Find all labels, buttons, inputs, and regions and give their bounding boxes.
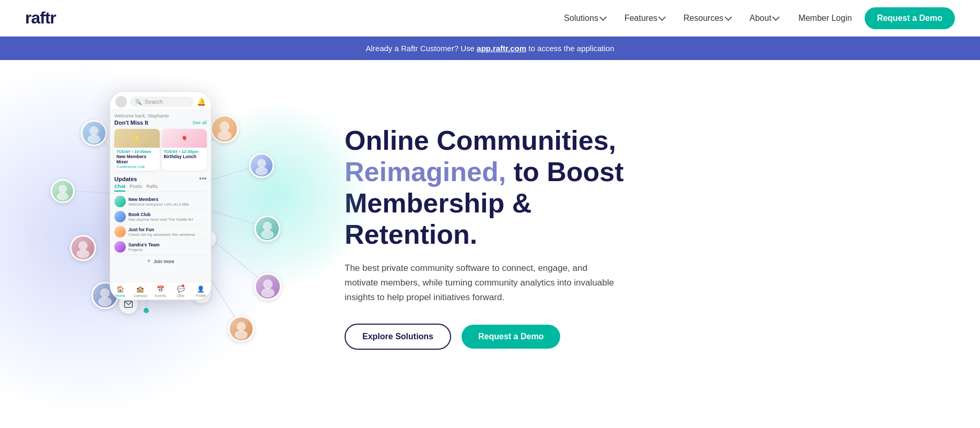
- svg-point-31: [255, 167, 268, 176]
- hero-illustration: 🔍 Search 🔔 Welcome back, Stephanie Don't…: [0, 60, 324, 415]
- chat-item-3[interactable]: Just for Fun Check out my adventure this…: [114, 224, 207, 240]
- banner-text-before: Already a Raftr Customer? Use: [365, 44, 477, 53]
- chevron-down-icon: [724, 14, 731, 21]
- banner-text-after: to access the application: [528, 44, 614, 53]
- hero-content: Online Communities, Reimagined, to Boost…: [324, 94, 689, 381]
- tab-posts[interactable]: Posts: [129, 183, 142, 192]
- chat-name-1: New Members: [128, 197, 207, 202]
- avatar-right-top: [210, 115, 239, 143]
- chat-avatar-1: [114, 196, 126, 207]
- tab-chat[interactable]: Chat: [114, 183, 125, 192]
- header-request-demo-button[interactable]: Request a Demo: [865, 7, 955, 29]
- phone-event-card-1: ⭐ TODAY • 10:00am New Members Mixer Conf…: [114, 129, 160, 171]
- svg-point-29: [218, 130, 232, 140]
- explore-solutions-button[interactable]: Explore Solutions: [345, 324, 451, 350]
- customer-banner: Already a Raftr Customer? Use app.raftr.…: [0, 37, 980, 60]
- phone-welcome: Welcome back, Stephanie: [114, 113, 207, 118]
- chevron-down-icon: [772, 14, 780, 21]
- chat-item-4[interactable]: Sandra's Team Projects: [114, 240, 207, 255]
- nav-about[interactable]: About: [742, 9, 786, 27]
- headline-part1: Online Communities,: [345, 125, 616, 156]
- headline-part3: to Boost: [506, 157, 623, 187]
- chat-msg-1: Welcome everyone! Let's do a little: [128, 202, 207, 207]
- headline-reimagined: Reimagined,: [345, 157, 506, 187]
- phone-event-card-2: 🎈 TODAY • 12:30pm Birthday Lunch: [162, 129, 207, 171]
- svg-point-21: [88, 135, 101, 144]
- event-1-name: New Members Mixer: [116, 154, 158, 164]
- avatar-bottom-left: [70, 235, 96, 261]
- chat-avatar-4: [114, 241, 126, 253]
- hero-headline: Online Communities, Reimagined, to Boost…: [345, 125, 647, 250]
- logo[interactable]: raftr: [25, 8, 56, 28]
- nav-about-label: About: [750, 14, 772, 23]
- avatar-right-mid: [254, 216, 280, 242]
- tab-rafts[interactable]: Rafts: [146, 183, 158, 192]
- svg-point-25: [77, 249, 90, 259]
- svg-point-23: [57, 192, 68, 200]
- header: raftr Solutions Features Resources About…: [0, 0, 980, 37]
- event-2-time: TODAY • 12:30pm: [164, 149, 205, 154]
- nav-solutions-label: Solutions: [564, 14, 598, 23]
- svg-point-33: [261, 230, 274, 240]
- phone-see-all[interactable]: See all: [192, 120, 207, 125]
- banner-link[interactable]: app.raftr.com: [477, 44, 526, 53]
- svg-point-20: [89, 126, 99, 136]
- avatar-bottom-right: [228, 316, 254, 342]
- chevron-down-icon: [658, 14, 666, 21]
- svg-point-14: [144, 308, 149, 313]
- svg-point-27: [98, 297, 112, 306]
- chat-name-4: Sandra's Team: [128, 242, 207, 247]
- avatar-left: [51, 179, 75, 203]
- svg-point-30: [257, 159, 266, 168]
- phone-nav-events[interactable]: 📅 Events: [150, 286, 171, 298]
- search-placeholder: Search: [145, 99, 163, 105]
- avatar-right-lower: [254, 273, 281, 300]
- nav-solutions[interactable]: Solutions: [557, 9, 613, 27]
- chevron-down-icon: [599, 14, 607, 21]
- chat-avatar-3: [114, 226, 126, 237]
- main-nav: Solutions Features Resources About Membe…: [557, 7, 955, 29]
- nav-features-label: Features: [624, 14, 657, 23]
- headline-part4: Membership & Retention.: [345, 188, 532, 249]
- join-more[interactable]: + Join more: [114, 255, 207, 266]
- nav-resources[interactable]: Resources: [676, 9, 738, 27]
- hero-buttons: Explore Solutions Request a Demo: [345, 324, 647, 350]
- member-login-link[interactable]: Member Login: [790, 9, 860, 27]
- bell-icon: 🔔: [197, 98, 206, 106]
- updates-title: Updates: [114, 176, 137, 182]
- event-2-name: Birthday Lunch: [164, 154, 205, 159]
- chat-item-1[interactable]: New Members Welcome everyone! Let's do a…: [114, 194, 207, 209]
- phone-nav-campus[interactable]: 🏫 Campus: [131, 286, 151, 298]
- svg-point-28: [219, 122, 229, 132]
- event-1-time: TODAY • 10:00am: [116, 149, 158, 154]
- svg-point-32: [263, 222, 272, 231]
- svg-point-37: [235, 330, 248, 340]
- svg-point-34: [263, 279, 273, 289]
- phone-mockup: 🔍 Search 🔔 Welcome back, Stephanie Don't…: [110, 91, 211, 300]
- phone-dont-miss: Don't Miss It: [114, 120, 148, 126]
- nav-features[interactable]: Features: [617, 9, 672, 27]
- chat-msg-2: Has anyone here read The Subtle Art: [128, 217, 207, 222]
- svg-point-22: [58, 185, 67, 193]
- svg-point-26: [100, 288, 110, 298]
- search-icon: 🔍: [135, 99, 141, 105]
- chat-msg-3: Check out my adventure this weekend: [128, 232, 207, 237]
- hero-request-demo-button[interactable]: Request a Demo: [462, 325, 560, 349]
- phone-bottom-nav: 🏠 Home 🏫 Campus 📅 Events 💬 DMs: [110, 282, 211, 300]
- chat-sub-4: Projects: [128, 247, 207, 252]
- event-1-link[interactable]: Conference Link: [116, 164, 158, 169]
- nav-resources-label: Resources: [683, 14, 723, 23]
- notification-dot: [182, 284, 184, 287]
- svg-point-36: [237, 322, 246, 331]
- chat-name-3: Just for Fun: [128, 227, 207, 232]
- hero-subtitle: The best private community software to c…: [345, 261, 616, 305]
- chat-item-2[interactable]: Book Club Has anyone here read The Subtl…: [114, 209, 207, 224]
- chat-name-2: Book Club: [128, 212, 207, 217]
- phone-nav-dms[interactable]: 💬 DMs: [171, 286, 191, 298]
- avatar-top-left: [81, 120, 107, 146]
- svg-point-24: [78, 241, 88, 251]
- chat-avatar-2: [114, 211, 126, 222]
- avatar-right-mid-upper: [249, 153, 274, 178]
- svg-point-35: [261, 288, 275, 298]
- hero-section: 🔍 Search 🔔 Welcome back, Stephanie Don't…: [0, 60, 980, 415]
